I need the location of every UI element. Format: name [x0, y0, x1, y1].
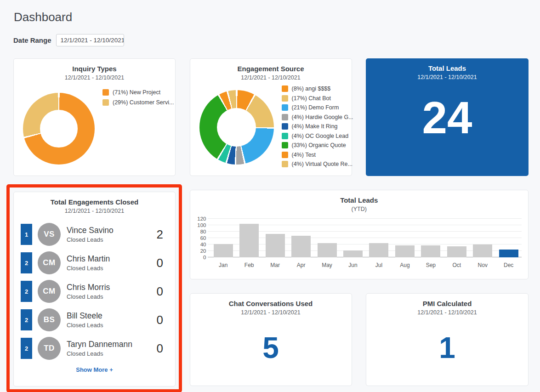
legend-item: (8%) angi $$$$ — [282, 85, 353, 92]
card-subtitle: 12/1/2021 - 12/10/2021 — [190, 74, 352, 81]
legend-swatch-icon — [282, 95, 288, 102]
inquiry-legend: (71%) New Project(29%) Customer Servi... — [102, 89, 174, 106]
engagement-donut-chart — [199, 90, 274, 165]
leader-text: Vince Savino Closed Leads — [67, 226, 114, 243]
card-subtitle: 12/1/2021 - 12/10/2021 — [366, 74, 529, 80]
rank-badge: 2 — [21, 281, 32, 302]
card-title: Total Engagements Closed — [14, 192, 175, 206]
x-tick-label: Jan — [214, 262, 233, 268]
legend-item: (29%) Customer Servi... — [102, 99, 174, 106]
bars-group — [210, 219, 522, 257]
legend-label: (4%) Hardie Google G... — [292, 114, 353, 120]
legend-item: (4%) Virtual Quote Re... — [282, 161, 353, 167]
avatar: TD — [38, 337, 61, 360]
show-more-link[interactable]: Show More + — [14, 366, 175, 373]
legend-swatch-icon — [282, 114, 288, 120]
leader-metric: Closed Leads — [67, 236, 114, 243]
leaderboard-row: 2 TD Taryn Dannemann Closed Leads 0 — [21, 338, 163, 359]
chat-conversations-value: 5 — [190, 333, 352, 363]
legend-item: (4%) OC Google Lead — [282, 133, 353, 139]
card-title: Total Leads — [366, 58, 529, 72]
date-range-label: Date Range — [13, 36, 51, 44]
engagements-closed-cell: Total Engagements Closed 12/1/2021 - 12/… — [13, 190, 176, 386]
legend-swatch-icon — [282, 133, 288, 139]
date-range-input[interactable] — [56, 34, 124, 46]
card-subtitle: 12/1/2021 - 12/10/2021 — [366, 309, 528, 316]
avatar: CM — [38, 280, 61, 303]
legend-label: (8%) angi $$$$ — [292, 85, 331, 92]
y-tick-label: 60 — [200, 235, 206, 241]
leaderboard-row: 2 CM Chris Morris Closed Leads 0 — [21, 281, 163, 302]
legend-label: (33%) Organic Quote — [292, 142, 346, 148]
legend-item: (71%) New Project — [102, 89, 174, 96]
leader-metric: Closed Leads — [67, 265, 110, 272]
total-leads-card: Total Leads 12/1/2021 - 12/10/2021 24 — [366, 58, 529, 176]
legend-label: (4%) Test — [292, 152, 316, 158]
avatar: BS — [38, 308, 61, 331]
legend-label: (4%) Virtual Quote Re... — [292, 161, 352, 167]
legend-label: (71%) New Project — [113, 89, 160, 96]
date-range-row: Date Range — [13, 34, 540, 46]
legend-swatch-icon — [102, 99, 109, 106]
ytd-bar-chart: 020406080100120 — [210, 219, 522, 257]
legend-label: (21%) Demo Form — [292, 104, 339, 111]
leader-value: 0 — [157, 284, 163, 299]
x-tick-label: Sep — [421, 262, 440, 268]
legend-swatch-icon — [282, 161, 288, 167]
card-subtitle: 12/1/2021 - 12/10/2021 — [190, 309, 352, 316]
legend-swatch-icon — [282, 123, 288, 130]
bar-feb — [239, 224, 259, 257]
legend-label: (17%) Chat Bot — [292, 95, 331, 102]
x-tick-label: Dec — [499, 262, 518, 268]
leader-value: 0 — [157, 341, 163, 356]
x-tick-label: May — [318, 262, 337, 268]
card-subtitle: 12/1/2021 - 12/10/2021 — [14, 208, 175, 214]
leaderboard-list: 1 VS Vince Savino Closed Leads 2 2 CM Ch… — [14, 224, 175, 359]
y-tick-label: 120 — [197, 216, 206, 222]
bar-jul — [369, 243, 388, 258]
rank-badge: 2 — [21, 309, 32, 330]
leader-name: Bill Steele — [67, 311, 103, 320]
leader-name: Chris Morris — [67, 283, 110, 292]
leader-metric: Closed Leads — [67, 293, 110, 300]
rank-badge: 2 — [21, 338, 32, 359]
inquiry-chart-area: (71%) New Project(29%) Customer Servi... — [14, 81, 175, 165]
y-tick-label: 20 — [200, 248, 206, 254]
leader-metric: Closed Leads — [67, 322, 103, 329]
legend-label: (29%) Customer Servi... — [113, 99, 174, 106]
page-title: Dashboard — [14, 10, 540, 24]
legend-swatch-icon — [282, 85, 288, 92]
card-title: Chat Conversations Used — [190, 294, 352, 307]
legend-item: (4%) Hardie Google G... — [282, 114, 353, 120]
bar-dec — [499, 250, 518, 257]
engagement-chart-area: (8%) angi $$$$(17%) Chat Bot(21%) Demo F… — [190, 81, 352, 167]
card-subtitle: (YTD) — [190, 206, 529, 212]
bar-may — [318, 243, 337, 257]
bar-sep — [421, 245, 440, 257]
engagements-closed-card: Total Engagements Closed 12/1/2021 - 12/… — [13, 192, 176, 386]
total-leads-value: 24 — [366, 95, 529, 140]
leader-value: 2 — [157, 227, 163, 242]
bar-nov — [473, 244, 492, 257]
card-title: Total Leads — [190, 190, 529, 204]
leader-value: 0 — [157, 256, 163, 270]
leader-value: 0 — [157, 313, 163, 327]
y-tick-label: 40 — [200, 242, 206, 247]
card-title: PMI Calculated — [366, 294, 528, 307]
leader-metric: Closed Leads — [67, 350, 132, 357]
bar-jun — [343, 250, 363, 257]
x-tick-label: Aug — [395, 262, 415, 268]
legend-label: (4%) OC Google Lead — [292, 133, 349, 139]
legend-label: (4%) Make It Ring — [292, 123, 338, 130]
x-tick-label: Jul — [369, 262, 388, 268]
avatar: CM — [38, 251, 61, 274]
x-tick-label: Nov — [473, 262, 492, 268]
engagement-source-card: Engagement Source 12/1/2021 - 12/10/2021… — [190, 58, 352, 176]
leader-name: Vince Savino — [67, 226, 114, 235]
x-tick-label: Feb — [239, 262, 259, 268]
leader-text: Chris Morris Closed Leads — [67, 283, 110, 300]
legend-item: (4%) Test — [282, 152, 353, 158]
legend-swatch-icon — [282, 152, 288, 158]
leader-name: Taryn Dannemann — [67, 340, 132, 349]
card-subtitle: 12/1/2021 - 12/10/2021 — [14, 74, 175, 81]
